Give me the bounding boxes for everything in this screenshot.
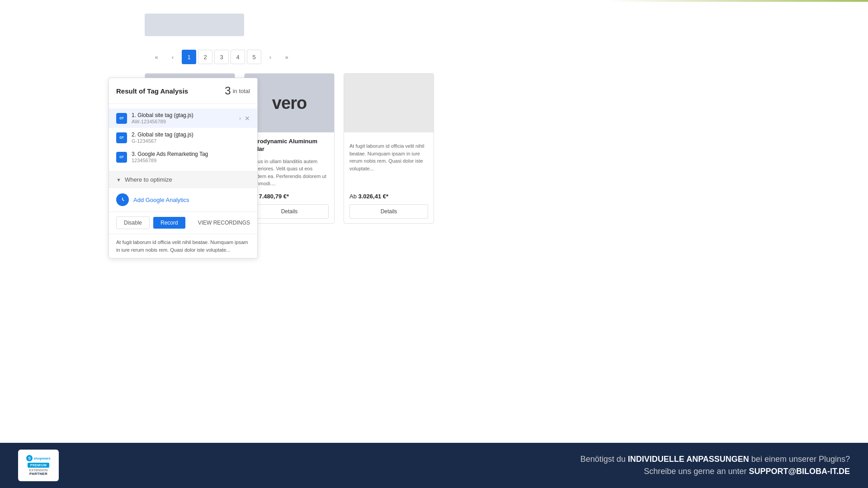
page-prev-btn[interactable]: ‹ (165, 50, 180, 64)
tag-count-badge: 3 in total (225, 84, 250, 97)
tag-item-3[interactable]: GT 3. Google Ads Remarketing Tag 1234567… (109, 147, 257, 167)
page-first-btn[interactable]: « (149, 50, 164, 64)
close-icon-1[interactable]: ✕ (245, 115, 250, 122)
page-3-btn[interactable]: 3 (214, 50, 229, 64)
add-analytics-label[interactable]: Add Google Analytics (133, 197, 189, 203)
tag-icon-1: GT (116, 113, 127, 124)
product-price-3: Ab 3.026,41 €* (349, 193, 428, 200)
partner-label: PARTNER (29, 472, 47, 476)
footer-line2-normal: Schreibe uns gerne an unter (644, 467, 749, 476)
tag-panel-title: Result of Tag Analysis (116, 87, 188, 95)
tag-description: At fugit laborum id officia velit nihil … (109, 234, 257, 258)
product-desc-2: Natus in ullam blanditiis autem asperior… (250, 158, 329, 188)
analytics-icon (116, 193, 129, 206)
footer-text: Benötigst du INDIVIDUELLE ANPASSUNGEN be… (77, 455, 850, 476)
shopware-s-icon: S (26, 455, 33, 461)
tag-item-content-2: 2. Global site tag (gtag.js) G-1234567 (132, 131, 250, 144)
optimize-label: Where to optimize (125, 176, 172, 183)
product-image-3 (344, 74, 434, 132)
tag-item-actions-1: › ✕ (239, 115, 250, 122)
product-body-3: At fugit laborum id officia velit nihil … (344, 132, 434, 223)
tag-icon-3: GT (116, 152, 127, 163)
footer-line-2: Schreibe uns gerne an unter SUPPORT@BILO… (77, 467, 850, 476)
tag-item-name-3: 3. Google Ads Remarketing Tag (132, 151, 250, 157)
tag-item-name-1: 1. Global site tag (gtag.js) (132, 112, 239, 118)
footer-line1-normal: Benötigst du (580, 455, 628, 464)
product-image-2: vero (245, 74, 334, 132)
tag-panel-header: Result of Tag Analysis 3 in total (109, 78, 257, 104)
tag-item-id-1: AW-123456789 (132, 119, 239, 124)
main-content: « ‹ 1 2 3 4 5 › » debitis Aerodynamic Al… (0, 0, 868, 443)
page-4-btn[interactable]: 4 (231, 50, 245, 64)
product-card-3: At fugit laborum id officia velit nihil … (344, 73, 434, 224)
shopware-badge: S shopware PREMIUM EXTENSION PARTNER (18, 450, 59, 481)
extension-label: EXTENSION (29, 469, 47, 472)
footer-line2-bold: SUPPORT@BILOBA-IT.DE (749, 467, 850, 476)
page-1-btn[interactable]: 1 (182, 50, 196, 64)
product-desc-3: At fugit laborum id officia velit nihil … (349, 142, 428, 188)
shopware-text: shopware (33, 456, 50, 460)
tag-list: GT 1. Global site tag (gtag.js) AW-12345… (109, 104, 257, 172)
footer-line1-end: bei einem unserer Plugins? (749, 455, 850, 464)
tag-count-label: in total (233, 88, 250, 94)
product-details-btn-2[interactable]: Details (250, 204, 329, 219)
tag-count-number: 3 (225, 84, 231, 97)
tag-item-2[interactable]: GT 2. Global site tag (gtag.js) G-123456… (109, 128, 257, 147)
product-title-2: Aerodynamic Aluminum Zolar (250, 138, 329, 153)
record-button[interactable]: Record (153, 217, 185, 229)
view-recordings-button[interactable]: VIEW RECORDINGS (198, 220, 250, 226)
product-body-2: Aerodynamic Aluminum Zolar Natus in ulla… (245, 132, 334, 223)
products-area: debitis Aerodynamic Aluminum Dot Com Bee… (145, 73, 434, 224)
tag-item-id-2: G-1234567 (132, 138, 250, 144)
footer-line1-bold: INDIVIDUELLE ANPASSUNGEN (628, 455, 749, 464)
shopware-logo: S shopware (26, 455, 50, 461)
tag-icon-2: GT (116, 132, 127, 143)
add-analytics-section: Add Google Analytics (109, 188, 257, 212)
footer-line-1: Benötigst du INDIVIDUELLE ANPASSUNGEN be… (77, 455, 850, 464)
page-5-btn[interactable]: 5 (247, 50, 261, 64)
tag-panel-footer: Disable Record VIEW RECORDINGS (109, 212, 257, 234)
page-2-btn[interactable]: 2 (198, 50, 212, 64)
tag-item-id-3: 123456789 (132, 158, 250, 163)
tag-item-1[interactable]: GT 1. Global site tag (gtag.js) AW-12345… (109, 108, 257, 128)
product-details-btn-3[interactable]: Details (349, 204, 428, 219)
page-next-btn[interactable]: › (263, 50, 278, 64)
tag-item-content-1: 1. Global site tag (gtag.js) AW-12345678… (132, 112, 239, 124)
product-price-2: Ab 7.480,79 €* (250, 193, 329, 200)
chevron-down-icon: ▼ (116, 177, 121, 183)
disable-button[interactable]: Disable (116, 216, 150, 229)
page-last-btn[interactable]: » (279, 50, 294, 64)
footer: S shopware PREMIUM EXTENSION PARTNER Ben… (0, 443, 868, 488)
tag-item-name-2: 2. Global site tag (gtag.js) (132, 131, 250, 138)
premium-badge: PREMIUM (28, 463, 50, 468)
pagination: « ‹ 1 2 3 4 5 › » (149, 50, 294, 64)
top-bar (0, 0, 868, 2)
search-placeholder (145, 14, 244, 36)
tag-analysis-panel: Result of Tag Analysis 3 in total GT 1. (108, 78, 258, 258)
chevron-right-icon-1: › (239, 115, 241, 122)
optimize-section[interactable]: ▼ Where to optimize (109, 172, 257, 188)
product-card-2: vero Aerodynamic Aluminum Zolar Natus in… (244, 73, 335, 224)
tag-item-content-3: 3. Google Ads Remarketing Tag 123456789 (132, 151, 250, 163)
